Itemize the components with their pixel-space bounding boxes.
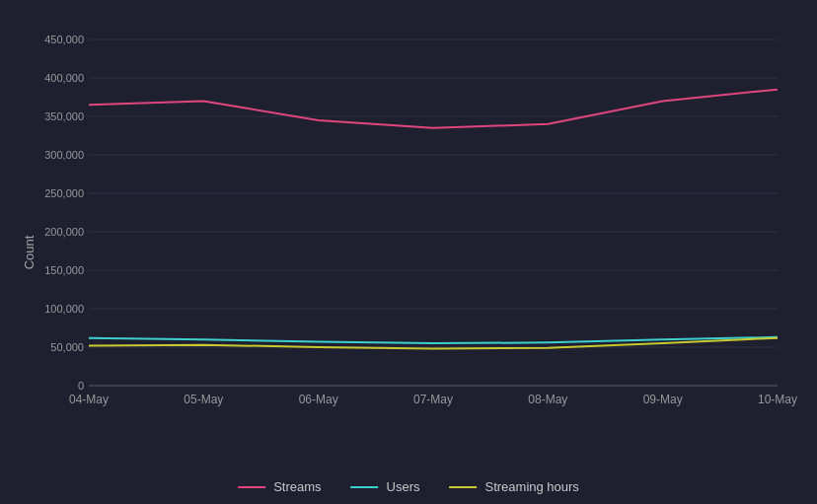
svg-text:04-May: 04-May — [69, 393, 109, 406]
svg-text:10-May: 10-May — [758, 393, 797, 406]
users-legend-label: Users — [387, 479, 420, 494]
svg-text:100,000: 100,000 — [44, 303, 84, 315]
svg-text:0: 0 — [78, 380, 84, 392]
svg-text:150,000: 150,000 — [44, 264, 84, 276]
streams-legend-line — [238, 486, 265, 488]
svg-text:250,000: 250,000 — [44, 187, 84, 199]
chart-container: Count 050,000100,000150,000200,000250,00… — [0, 0, 817, 504]
svg-text:08-May: 08-May — [528, 393, 567, 406]
svg-text:400,000: 400,000 — [44, 72, 84, 84]
svg-text:05-May: 05-May — [184, 393, 223, 406]
chart-svg: 050,000100,000150,000200,000250,000300,0… — [79, 20, 797, 425]
users-legend-line — [351, 486, 379, 488]
legend-streaming-hours: Streaming hours — [449, 479, 578, 494]
legend-users: Users — [351, 479, 420, 494]
svg-text:450,000: 450,000 — [44, 34, 84, 45]
chart-legend: Streams Users Streaming hours — [238, 479, 579, 494]
svg-text:06-May: 06-May — [299, 393, 338, 406]
svg-text:200,000: 200,000 — [44, 226, 84, 238]
svg-text:09-May: 09-May — [643, 393, 683, 406]
svg-text:50,000: 50,000 — [50, 341, 84, 353]
svg-text:350,000: 350,000 — [44, 110, 84, 122]
chart-area: 050,000100,000150,000200,000250,000300,0… — [79, 20, 797, 425]
legend-streams: Streams — [238, 479, 321, 494]
streaming-hours-legend-line — [449, 486, 477, 488]
svg-text:07-May: 07-May — [413, 393, 453, 406]
svg-text:300,000: 300,000 — [44, 149, 84, 161]
streams-legend-label: Streams — [273, 479, 321, 494]
streaming-hours-legend-label: Streaming hours — [484, 479, 578, 494]
y-axis-label: Count — [22, 235, 37, 269]
